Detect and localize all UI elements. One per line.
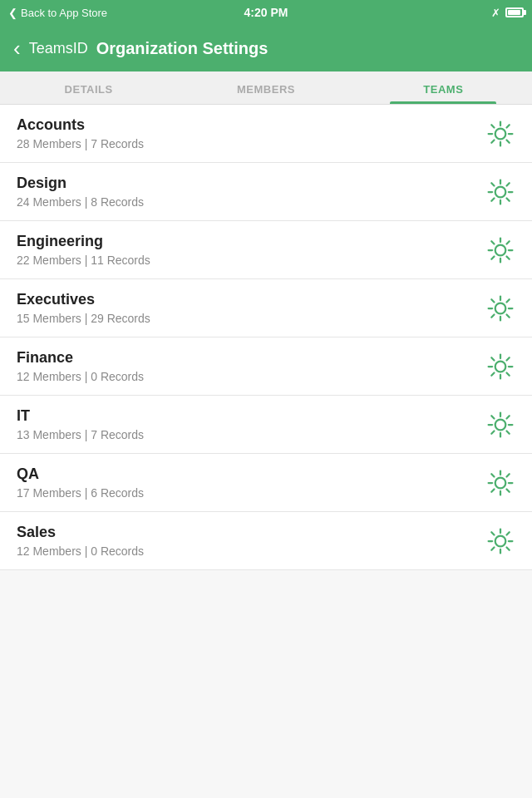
gear-icon[interactable] xyxy=(485,119,515,149)
svg-line-44 xyxy=(491,372,494,375)
nav-back-chevron-icon[interactable]: ‹ xyxy=(13,37,21,59)
team-meta: 17 Members | 6 Records xyxy=(17,486,144,500)
team-meta: 13 Members | 7 Records xyxy=(17,428,144,441)
battery-icon xyxy=(505,7,524,17)
team-info: Engineering 22 Members | 11 Records xyxy=(17,233,150,267)
svg-point-54 xyxy=(495,477,506,488)
svg-line-50 xyxy=(491,416,494,418)
status-icons: ✗ xyxy=(491,7,524,19)
svg-point-45 xyxy=(495,419,506,430)
status-time: 4:20 PM xyxy=(244,6,288,19)
back-chevron-icon: ❮ xyxy=(8,7,17,19)
svg-line-42 xyxy=(507,372,510,375)
svg-line-71 xyxy=(491,547,494,549)
gear-icon[interactable] xyxy=(485,293,515,323)
gear-icon[interactable] xyxy=(485,352,515,382)
svg-line-14 xyxy=(491,183,494,185)
team-info: IT 13 Members | 7 Records xyxy=(17,407,144,441)
svg-line-51 xyxy=(507,431,510,433)
svg-line-8 xyxy=(491,140,494,142)
gear-icon[interactable] xyxy=(485,526,515,556)
svg-line-60 xyxy=(507,489,510,491)
team-meta: 28 Members | 7 Records xyxy=(17,137,144,150)
nav-page-title: Organization Settings xyxy=(96,39,268,58)
gear-icon[interactable] xyxy=(485,410,515,440)
team-item[interactable]: Executives 15 Members | 29 Records xyxy=(0,279,532,337)
bluetooth-icon: ✗ xyxy=(491,7,500,19)
team-item[interactable]: Sales 12 Members | 0 Records xyxy=(0,512,532,570)
svg-line-24 xyxy=(507,256,510,259)
svg-line-70 xyxy=(507,532,510,534)
svg-line-53 xyxy=(491,431,494,433)
team-name: Engineering xyxy=(17,233,150,250)
tab-teams[interactable]: TEAMS xyxy=(355,71,532,104)
svg-line-52 xyxy=(507,416,510,418)
team-info: Accounts 28 Members | 7 Records xyxy=(17,116,144,150)
svg-line-26 xyxy=(491,256,494,259)
svg-line-61 xyxy=(507,474,510,476)
svg-line-7 xyxy=(507,125,510,127)
tab-members[interactable]: MEMBERS xyxy=(177,71,354,104)
svg-line-43 xyxy=(507,357,510,360)
team-info: QA 17 Members | 6 Records xyxy=(17,466,144,500)
nav-bar: ‹ TeamsID Organization Settings xyxy=(0,25,532,71)
team-meta: 12 Members | 0 Records xyxy=(17,370,144,383)
back-to-app-store-label: Back to App Store xyxy=(21,7,107,19)
svg-line-23 xyxy=(491,241,494,244)
team-item[interactable]: Finance 12 Members | 0 Records xyxy=(0,337,532,396)
svg-line-25 xyxy=(507,241,510,244)
team-name: Sales xyxy=(17,524,144,541)
team-name: Finance xyxy=(17,349,144,367)
svg-point-36 xyxy=(495,361,506,372)
gear-icon[interactable] xyxy=(485,177,515,207)
team-name: IT xyxy=(17,407,144,425)
tab-bar: DETAILS MEMBERS TEAMS xyxy=(0,71,532,105)
svg-line-68 xyxy=(491,532,494,534)
team-name: Design xyxy=(17,175,144,192)
svg-point-63 xyxy=(495,535,506,546)
team-item[interactable]: QA 17 Members | 6 Records xyxy=(0,454,532,512)
svg-line-6 xyxy=(507,140,510,142)
svg-line-5 xyxy=(491,125,494,127)
team-meta: 24 Members | 8 Records xyxy=(17,195,144,209)
back-to-app-store[interactable]: ❮ Back to App Store xyxy=(8,7,107,19)
team-info: Design 24 Members | 8 Records xyxy=(17,175,144,209)
svg-line-15 xyxy=(507,198,510,200)
svg-point-27 xyxy=(495,303,506,313)
svg-line-41 xyxy=(491,357,494,360)
team-name: Executives xyxy=(17,291,150,308)
svg-line-69 xyxy=(507,547,510,549)
team-item[interactable]: Engineering 22 Members | 11 Records xyxy=(0,221,532,279)
teams-list: Accounts 28 Members | 7 Records Desi xyxy=(0,105,532,570)
nav-app-name: TeamsID xyxy=(29,40,88,57)
svg-line-34 xyxy=(507,299,510,302)
svg-line-33 xyxy=(507,314,510,317)
svg-point-0 xyxy=(495,128,506,139)
team-info: Sales 12 Members | 0 Records xyxy=(17,524,144,558)
team-item[interactable]: IT 13 Members | 7 Records xyxy=(0,396,532,454)
team-item[interactable]: Accounts 28 Members | 7 Records xyxy=(0,105,532,163)
svg-line-59 xyxy=(491,474,494,476)
team-info: Finance 12 Members | 0 Records xyxy=(17,349,144,383)
gear-icon[interactable] xyxy=(485,235,515,265)
team-meta: 22 Members | 11 Records xyxy=(17,254,150,267)
svg-line-32 xyxy=(491,299,494,302)
status-bar: ❮ Back to App Store 4:20 PM ✗ xyxy=(0,0,532,25)
svg-line-35 xyxy=(491,314,494,317)
team-item[interactable]: Design 24 Members | 8 Records xyxy=(0,163,532,221)
svg-point-9 xyxy=(495,186,506,197)
team-info: Executives 15 Members | 29 Records xyxy=(17,291,150,325)
team-name: QA xyxy=(17,466,144,483)
tab-details[interactable]: DETAILS xyxy=(0,71,177,104)
gear-icon[interactable] xyxy=(485,468,515,498)
team-meta: 15 Members | 29 Records xyxy=(17,312,150,325)
team-meta: 12 Members | 0 Records xyxy=(17,544,144,558)
svg-line-16 xyxy=(507,183,510,185)
svg-line-17 xyxy=(491,198,494,200)
team-name: Accounts xyxy=(17,116,144,134)
svg-line-62 xyxy=(491,489,494,491)
svg-point-18 xyxy=(495,244,506,255)
